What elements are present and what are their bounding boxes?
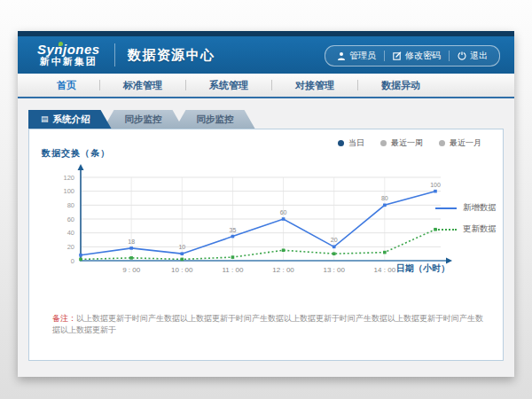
user-icon xyxy=(337,51,346,60)
header-divider xyxy=(114,43,115,66)
svg-text:20: 20 xyxy=(331,237,338,243)
legend-new-data-label: 新增数据 xyxy=(463,202,497,214)
tab-bar: ▤ 系统介绍 同步监控 同步监控 xyxy=(18,98,514,129)
app-header: Synjones 新中新集团 数据资源中心 管理员 修改密 xyxy=(18,36,514,74)
chart-y-axis-title: 数据交换（条） xyxy=(42,147,110,160)
nav-item-home[interactable]: 首页 xyxy=(34,79,99,92)
user-button[interactable]: 管理员 xyxy=(329,50,384,62)
main-nav: 首页 标准管理 系统管理 对接管理 数据异动 xyxy=(18,74,514,98)
logo-primary-text: Synjones xyxy=(37,43,100,57)
svg-text:12 : 00: 12 : 00 xyxy=(272,266,294,274)
svg-text:18: 18 xyxy=(128,239,135,245)
footnote: 备注：以上数据更新于时间产生数据以上数据更新于时间产生数据以上数据更新于时间产生… xyxy=(52,313,489,335)
grid-icon: ▤ xyxy=(41,115,49,123)
nav-item-data-change[interactable]: 数据异动 xyxy=(358,79,443,92)
tab-system-intro-label: 系统介绍 xyxy=(53,110,90,129)
chart-x-axis-title: 日期（小时） xyxy=(396,262,450,275)
svg-text:40: 40 xyxy=(67,229,74,237)
page-title: 数据资源中心 xyxy=(128,47,215,64)
blue-line-swatch xyxy=(435,207,457,209)
tab-sync-monitor-2[interactable]: 同步监控 xyxy=(176,110,255,129)
app-window: Synjones 新中新集团 数据资源中心 管理员 修改密 xyxy=(18,31,514,377)
tab-sync-monitor-1[interactable]: 同步监控 xyxy=(104,110,184,129)
logout-label: 退出 xyxy=(470,50,488,62)
change-password-button[interactable]: 修改密码 xyxy=(385,50,449,62)
svg-text:10: 10 xyxy=(178,244,185,250)
power-icon xyxy=(458,51,466,60)
time-filter-group: 当日 最近一周 最近一月 xyxy=(338,137,481,149)
svg-text:80: 80 xyxy=(381,195,388,201)
svg-text:60: 60 xyxy=(67,215,74,223)
nav-item-interface-mgmt[interactable]: 对接管理 xyxy=(272,79,357,92)
svg-text:10 : 00: 10 : 00 xyxy=(171,266,193,274)
svg-text:9 : 00: 9 : 00 xyxy=(122,266,141,274)
line-chart: 0204060801001209 : 0010 : 0011 : 0012 : … xyxy=(36,161,453,280)
logout-button[interactable]: 退出 xyxy=(450,50,496,62)
radio-icon xyxy=(439,140,445,146)
svg-text:60: 60 xyxy=(280,209,287,215)
time-filter-last-month-label: 最近一月 xyxy=(450,137,481,149)
svg-text:13 : 00: 13 : 00 xyxy=(323,266,345,274)
tab-system-intro[interactable]: ▤ 系统介绍 xyxy=(28,110,112,129)
svg-text:120: 120 xyxy=(63,174,74,182)
legend-updated-data-label: 更新数据 xyxy=(463,223,497,235)
svg-text:35: 35 xyxy=(230,227,237,233)
svg-text:80: 80 xyxy=(67,201,74,209)
svg-text:0: 0 xyxy=(71,257,74,265)
nav-item-standard-mgmt[interactable]: 标准管理 xyxy=(100,79,185,92)
svg-text:100: 100 xyxy=(63,187,74,195)
green-dotted-swatch xyxy=(435,229,457,231)
svg-text:20: 20 xyxy=(67,243,74,251)
desktop-background: Synjones 新中新集团 数据资源中心 管理员 修改密 xyxy=(0,0,532,399)
time-filter-last-month[interactable]: 最近一月 xyxy=(439,137,481,149)
time-filter-today[interactable]: 当日 xyxy=(338,137,364,149)
user-button-label: 管理员 xyxy=(349,50,376,62)
header-actions-group: 管理员 修改密码 退出 xyxy=(325,45,500,66)
radio-selected-icon xyxy=(338,140,344,146)
nav-item-system-mgmt[interactable]: 系统管理 xyxy=(186,79,271,92)
chart-panel: 当日 最近一周 最近一月 数据交换（条） 0204060801001209 : … xyxy=(28,129,504,361)
content-area: ▤ 系统介绍 同步监控 同步监控 当日 最近一周 xyxy=(18,98,514,377)
radio-icon xyxy=(380,140,387,146)
svg-text:100: 100 xyxy=(430,182,441,188)
footnote-prefix: 备注： xyxy=(52,314,76,323)
logo-secondary-text: 新中新集团 xyxy=(37,57,100,67)
legend-item-updated-data: 更新数据 xyxy=(435,223,497,235)
time-filter-last-week[interactable]: 最近一周 xyxy=(380,137,423,149)
change-password-label: 修改密码 xyxy=(405,50,441,62)
svg-text:11 : 00: 11 : 00 xyxy=(222,266,243,274)
edit-icon xyxy=(393,51,402,60)
footnote-text: 以上数据更新于时间产生数据以上数据更新于时间产生数据以上数据更新于时间产生数据以… xyxy=(52,314,483,334)
time-filter-today-label: 当日 xyxy=(348,137,364,149)
legend-item-new-data: 新增数据 xyxy=(435,202,497,214)
svg-text:14 : 00: 14 : 00 xyxy=(374,266,396,274)
time-filter-last-week-label: 最近一周 xyxy=(391,137,423,149)
company-logo: Synjones 新中新集团 xyxy=(37,43,100,66)
chart-legend: 新增数据 更新数据 xyxy=(435,202,497,235)
